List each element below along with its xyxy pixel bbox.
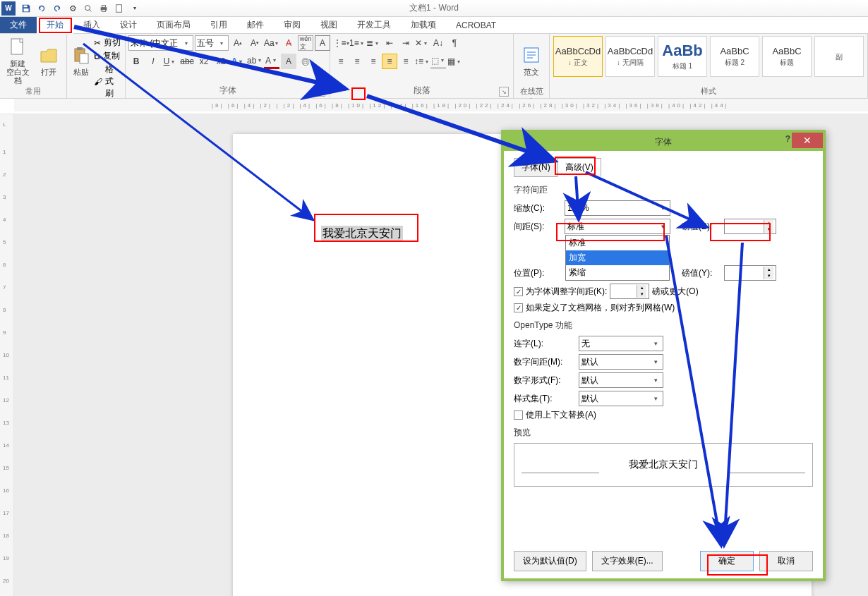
- show-marks-icon[interactable]: ¶: [447, 35, 462, 51]
- asian-layout-icon[interactable]: ✕▾: [414, 35, 430, 51]
- decrease-indent-icon[interactable]: ⇤: [382, 35, 397, 51]
- snap-grid-checkbox[interactable]: ✓如果定义了文档网格，则对齐到网格(W): [514, 302, 813, 314]
- redo-icon[interactable]: [49, 1, 65, 16]
- tab-acrobat[interactable]: ACROBAT: [446, 17, 506, 33]
- numbering-icon[interactable]: 1≡▾: [349, 35, 365, 51]
- ligatures-combo[interactable]: 无▾: [579, 336, 663, 351]
- cut-button[interactable]: ✂剪切: [94, 37, 122, 49]
- strike-icon[interactable]: abc: [179, 54, 195, 69]
- dialog-tab-advanced[interactable]: 高级(V): [557, 158, 601, 177]
- borders-icon[interactable]: ▦▾: [447, 54, 462, 69]
- paste-button[interactable]: 粘贴: [70, 35, 92, 85]
- contextual-alt-checkbox[interactable]: 使用上下文替换(A): [514, 409, 813, 421]
- align-center-icon[interactable]: ≡: [349, 54, 365, 69]
- new-blank-button[interactable]: 新建 空白文档: [3, 35, 32, 85]
- bold-icon[interactable]: B: [128, 54, 144, 69]
- kerning-checkbox[interactable]: ✓为字体调整字间距(K): ▴▾ 磅或更大(O): [514, 284, 813, 299]
- help-icon[interactable]: ?: [785, 134, 790, 144]
- style-item-1[interactable]: AaBbCcDd↓ 无间隔: [605, 36, 655, 77]
- qat-customize-icon[interactable]: ▾: [127, 1, 143, 16]
- spacing-opt-expanded[interactable]: 加宽: [566, 250, 669, 265]
- tab-view[interactable]: 视图: [311, 17, 347, 33]
- ribbon-tabs: 文件 开始 插入 设计 页面布局 引用 邮件 审阅 视图 开发工具 加载项 AC…: [0, 17, 868, 34]
- text-effects-button[interactable]: 文字效果(E)...: [592, 551, 663, 571]
- tab-references[interactable]: 引用: [200, 17, 237, 33]
- scale-combo[interactable]: 100%▾: [565, 200, 670, 216]
- underline-icon[interactable]: U▾: [162, 54, 178, 69]
- align-right-icon[interactable]: ≡: [366, 54, 381, 69]
- spacing-opt-normal[interactable]: 标准: [566, 236, 669, 250]
- font-name-combo[interactable]: 宋体 (中文正▾: [128, 35, 193, 51]
- tab-file[interactable]: 文件: [0, 17, 37, 33]
- bullets-icon[interactable]: ⋮≡▾: [333, 35, 349, 51]
- points-y-input[interactable]: ▴▾: [724, 265, 776, 281]
- font-color-icon[interactable]: A▾: [264, 54, 279, 69]
- shrink-font-icon[interactable]: A▾: [247, 35, 263, 51]
- fanwen-button[interactable]: 范文: [517, 35, 546, 85]
- tab-home[interactable]: 开始: [37, 17, 73, 33]
- sort-icon[interactable]: A↓: [430, 35, 446, 51]
- subscript-icon[interactable]: x2: [196, 54, 212, 69]
- change-case-icon[interactable]: Aa▾: [264, 35, 279, 51]
- section-opentype: OpenType 功能: [514, 320, 813, 332]
- num-spacing-combo[interactable]: 默认▾: [579, 354, 663, 370]
- dialog-title-bar[interactable]: 字体 ? ✕: [504, 133, 823, 151]
- format-painter-button[interactable]: 🖌格式刷: [94, 63, 122, 99]
- undo-icon[interactable]: [34, 1, 49, 16]
- paragraph-launcher[interactable]: ↘: [499, 87, 509, 97]
- word-app-icon: W: [1, 1, 16, 16]
- increase-indent-icon[interactable]: ⇥: [398, 35, 414, 51]
- justify-icon[interactable]: ≡: [382, 54, 397, 69]
- style-item-2[interactable]: AaBb标题 1: [658, 36, 707, 77]
- tab-mailings[interactable]: 邮件: [237, 17, 274, 33]
- shading-icon[interactable]: ⬚▾: [430, 54, 446, 69]
- spacing-opt-condensed[interactable]: 紧缩: [566, 265, 669, 280]
- phonetic-guide-icon[interactable]: wén文: [298, 35, 313, 51]
- style-item-0[interactable]: AaBbCcDd↓ 正文: [553, 36, 603, 77]
- clear-format-icon[interactable]: A̶: [281, 35, 296, 51]
- style-item-3[interactable]: AaBbC标题 2: [710, 36, 759, 77]
- open-button[interactable]: 打开: [34, 35, 64, 85]
- qat-more-icon[interactable]: ⚙: [65, 1, 80, 16]
- horizontal-ruler[interactable]: |8| |6| |4| |2| | |2| |4| |6| |8| |10| |…: [0, 99, 868, 114]
- ok-button[interactable]: 确定: [700, 551, 754, 571]
- italic-icon[interactable]: I: [145, 54, 161, 69]
- superscript-icon[interactable]: x2: [213, 54, 229, 69]
- styleset-combo[interactable]: 默认▾: [579, 391, 663, 406]
- group-clipboard: 粘贴 ✂剪切 ⧉复制 🖌格式刷 剪贴板↘: [67, 34, 126, 98]
- tab-developer[interactable]: 开发工具: [347, 17, 401, 33]
- spacing-combo[interactable]: 标准▾ 标准 加宽 紧缩: [565, 219, 670, 234]
- multilevel-icon[interactable]: ≣▾: [366, 35, 381, 51]
- dialog-tab-font[interactable]: 字体(N): [514, 158, 558, 177]
- font-launcher[interactable]: ↘: [315, 87, 325, 97]
- paste-icon: [70, 44, 92, 66]
- copy-button[interactable]: ⧉复制: [94, 50, 122, 62]
- char-shading-icon[interactable]: A: [281, 54, 296, 69]
- tab-layout[interactable]: 页面布局: [147, 17, 200, 33]
- set-default-button[interactable]: 设为默认值(D): [514, 551, 586, 571]
- enclose-char-icon[interactable]: ㊐: [298, 54, 313, 69]
- tab-design[interactable]: 设计: [110, 17, 147, 33]
- style-item-4[interactable]: AaBbC标题: [762, 36, 812, 77]
- text-effects-icon[interactable]: A▾: [230, 54, 246, 69]
- distribute-icon[interactable]: ≡: [398, 54, 414, 69]
- save-icon[interactable]: [18, 1, 34, 16]
- print-icon[interactable]: [96, 1, 111, 16]
- tab-insert[interactable]: 插入: [73, 17, 110, 33]
- font-size-combo[interactable]: 五号▾: [195, 35, 229, 51]
- close-icon[interactable]: ✕: [792, 133, 823, 148]
- char-border-icon[interactable]: A: [315, 35, 330, 51]
- style-item-5[interactable]: 副: [814, 36, 864, 77]
- align-left-icon[interactable]: ≡: [333, 54, 349, 69]
- grow-font-icon[interactable]: A▴: [230, 35, 246, 51]
- num-form-combo[interactable]: 默认▾: [579, 372, 663, 388]
- new-doc-icon[interactable]: [111, 1, 127, 16]
- tab-addins[interactable]: 加载项: [401, 17, 446, 33]
- selected-text[interactable]: 我爱北京天安门: [321, 226, 403, 242]
- points-b-input[interactable]: ▴▾: [724, 219, 776, 234]
- highlight-icon[interactable]: ab▾: [247, 54, 263, 69]
- print-preview-icon[interactable]: [80, 1, 96, 16]
- tab-review[interactable]: 审阅: [274, 17, 311, 33]
- line-spacing-icon[interactable]: ↕≡▾: [414, 54, 430, 69]
- cancel-button[interactable]: 取消: [759, 551, 813, 571]
